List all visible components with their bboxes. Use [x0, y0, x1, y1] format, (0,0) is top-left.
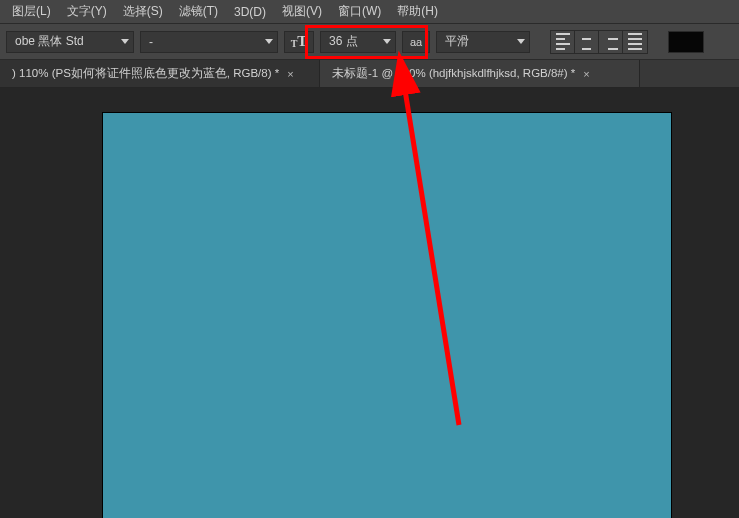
document-tab-label: 未标题-1 @ 100% (hdjfkhjskdlfhjksd, RGB/8#)…: [332, 66, 575, 81]
options-bar: obe 黑体 Std - T T 36 点 aa 平滑: [0, 24, 739, 60]
font-size-icon: T T: [284, 31, 314, 53]
align-right-icon: [604, 33, 618, 50]
align-center-button[interactable]: [575, 31, 599, 53]
document-canvas[interactable]: [102, 112, 672, 518]
font-size-value: 36 点: [329, 33, 358, 50]
font-size-dropdown[interactable]: 36 点: [320, 31, 396, 53]
text-size-icon: T: [291, 38, 298, 49]
text-size-icon: T: [297, 33, 307, 50]
close-icon[interactable]: ×: [287, 68, 293, 80]
font-style-value: -: [149, 35, 153, 49]
antialias-icon: aa: [402, 31, 430, 53]
align-center-icon: [580, 33, 594, 50]
font-style-dropdown[interactable]: -: [140, 31, 278, 53]
document-tab-bar: ) 110% (PS如何将证件照底色更改为蓝色, RGB/8) * × 未标题-…: [0, 60, 739, 88]
chevron-down-icon: [265, 39, 273, 44]
menu-3d[interactable]: 3D(D): [226, 3, 274, 21]
antialias-value: 平滑: [445, 33, 469, 50]
text-align-group: [550, 30, 648, 54]
menu-help[interactable]: 帮助(H): [389, 1, 446, 22]
font-family-value: obe 黑体 Std: [15, 33, 84, 50]
close-icon[interactable]: ×: [583, 68, 589, 80]
document-tab[interactable]: 未标题-1 @ 100% (hdjfkhjskdlfhjksd, RGB/8#)…: [320, 60, 640, 87]
antialias-dropdown[interactable]: 平滑: [436, 31, 530, 53]
text-color-swatch[interactable]: [668, 31, 704, 53]
align-left-icon: [556, 33, 570, 50]
menu-layer[interactable]: 图层(L): [4, 1, 59, 22]
document-tab-label: ) 110% (PS如何将证件照底色更改为蓝色, RGB/8) *: [12, 66, 279, 81]
menu-bar: 图层(L) 文字(Y) 选择(S) 滤镜(T) 3D(D) 视图(V) 窗口(W…: [0, 0, 739, 24]
menu-type[interactable]: 文字(Y): [59, 1, 115, 22]
chevron-down-icon: [517, 39, 525, 44]
menu-window[interactable]: 窗口(W): [330, 1, 389, 22]
align-justify-icon: [628, 33, 642, 50]
canvas-area: [0, 88, 739, 518]
align-right-button[interactable]: [599, 31, 623, 53]
chevron-down-icon: [121, 39, 129, 44]
font-family-dropdown[interactable]: obe 黑体 Std: [6, 31, 134, 53]
align-left-button[interactable]: [551, 31, 575, 53]
menu-filter[interactable]: 滤镜(T): [171, 1, 226, 22]
align-justify-button[interactable]: [623, 31, 647, 53]
document-tab[interactable]: ) 110% (PS如何将证件照底色更改为蓝色, RGB/8) * ×: [0, 60, 320, 87]
chevron-down-icon: [383, 39, 391, 44]
menu-view[interactable]: 视图(V): [274, 1, 330, 22]
menu-select[interactable]: 选择(S): [115, 1, 171, 22]
aa-icon: aa: [410, 36, 422, 48]
